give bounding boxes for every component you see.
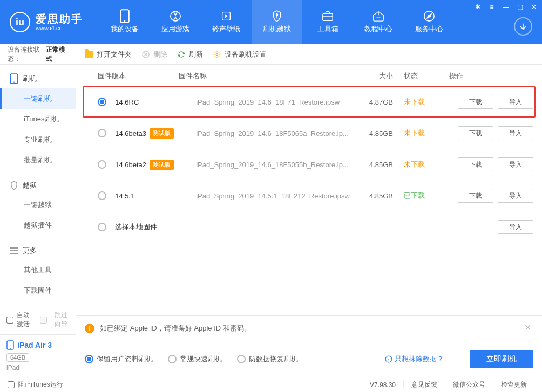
firmware-row[interactable]: 14.6RCiPad_Spring_2019_14.6_18F71_Restor… bbox=[83, 86, 536, 118]
firmware-status: 未下载 bbox=[393, 97, 436, 107]
anti-recovery-option[interactable]: 防数据恢复刷机 bbox=[237, 354, 298, 364]
nav-icon bbox=[322, 10, 334, 22]
download-button[interactable]: 下载 bbox=[458, 126, 493, 140]
nav-icon bbox=[170, 10, 181, 22]
menu-icon[interactable]: ≡ bbox=[487, 2, 497, 12]
close-icon[interactable]: ✕ bbox=[529, 2, 539, 12]
firmware-version: 14.6beta2测试版 bbox=[115, 160, 196, 170]
app-title: 爱思助手 bbox=[36, 13, 83, 25]
download-button[interactable]: 下载 bbox=[458, 189, 493, 203]
download-button[interactable]: 下载 bbox=[458, 95, 493, 109]
nav-label: 应用游戏 bbox=[161, 24, 189, 34]
alert-close-icon[interactable]: ✕ bbox=[524, 322, 531, 333]
row-radio[interactable] bbox=[98, 160, 106, 169]
warning-icon: ! bbox=[85, 324, 94, 333]
firmware-row[interactable]: 14.5.1iPad_Spring_2019_14.5.1_18E212_Res… bbox=[83, 180, 536, 211]
nav-icon bbox=[372, 10, 384, 22]
delete-button[interactable]: 删除 bbox=[141, 50, 167, 59]
import-button[interactable]: 导入 bbox=[498, 157, 533, 171]
import-button[interactable]: 导入 bbox=[498, 189, 533, 203]
alert-text: 如已绑定 Apple ID，请准备好 Apple ID 和密码。 bbox=[100, 324, 251, 333]
nav-5[interactable]: 教程中心 bbox=[353, 0, 404, 44]
group-icon bbox=[10, 247, 18, 255]
nav-icon bbox=[119, 10, 131, 22]
nav-2[interactable]: 铃声壁纸 bbox=[201, 0, 252, 44]
import-button[interactable]: 导入 bbox=[498, 95, 533, 109]
sidebar-list: 刷机一键刷机iTunes刷机专业刷机批量刷机越狱一键越狱越狱插件更多其他工具下载… bbox=[0, 65, 76, 305]
nav-1[interactable]: 应用游戏 bbox=[150, 0, 201, 44]
sidebar-item[interactable]: 专业刷机 bbox=[0, 129, 76, 150]
block-itunes-checkbox[interactable] bbox=[8, 381, 15, 388]
main-nav: 我的设备应用游戏铃声壁纸刷机越狱工具箱教程中心服务中心 bbox=[99, 0, 455, 44]
flash-settings-button[interactable]: 设备刷机设置 bbox=[213, 50, 267, 59]
nav-4[interactable]: 工具箱 bbox=[302, 0, 353, 44]
sidebar-item[interactable]: 越狱插件 bbox=[0, 215, 76, 236]
app-url: www.i4.cn bbox=[36, 25, 83, 31]
bookmark-icon[interactable]: ✱ bbox=[473, 2, 483, 12]
check-update-link[interactable]: 检查更新 bbox=[493, 380, 534, 389]
firmware-size: 4.85GB bbox=[350, 161, 393, 169]
flash-now-button[interactable]: 立即刷机 bbox=[470, 350, 533, 368]
nav-label: 铃声壁纸 bbox=[212, 24, 240, 34]
sidebar-group[interactable]: 越狱 bbox=[0, 175, 76, 195]
folder-icon bbox=[85, 51, 93, 58]
sidebar-group[interactable]: 刷机 bbox=[0, 68, 76, 88]
open-folder-button[interactable]: 打开文件夹 bbox=[85, 50, 132, 59]
auto-activate-checkbox[interactable] bbox=[6, 317, 13, 324]
skip-wizard-checkbox[interactable] bbox=[40, 317, 47, 324]
nav-6[interactable]: 服务中心 bbox=[404, 0, 455, 44]
row-radio[interactable] bbox=[98, 98, 106, 106]
firmware-version: 14.6RC bbox=[115, 98, 196, 106]
sync-button[interactable] bbox=[514, 17, 532, 36]
normal-flash-option[interactable]: 常规快速刷机 bbox=[168, 354, 222, 364]
sidebar-item[interactable]: 下载固件 bbox=[0, 280, 76, 301]
group-icon bbox=[10, 73, 18, 84]
nav-3[interactable]: 刷机越狱 bbox=[252, 0, 302, 44]
import-button[interactable]: 导入 bbox=[498, 126, 533, 140]
erase-data-link[interactable]: 只想抹除数据？ bbox=[385, 354, 444, 364]
device-name[interactable]: iPad Air 3 bbox=[6, 340, 69, 350]
firmware-version: 14.5.1 bbox=[115, 192, 196, 200]
svg-rect-5 bbox=[323, 13, 333, 20]
beta-badge: 测试版 bbox=[150, 160, 174, 170]
sidebar-item[interactable]: 一键刷机 bbox=[0, 88, 76, 109]
sidebar-item[interactable]: 其他工具 bbox=[0, 260, 76, 280]
status-value: 正常模式 bbox=[46, 45, 68, 64]
firmware-row[interactable]: 14.6beta3测试版iPad_Spring_2019_14.6_18F506… bbox=[83, 118, 536, 149]
firmware-name: iPad_Spring_2019_14.6_18F5065a_Restore.i… bbox=[196, 129, 350, 137]
keep-data-option[interactable]: 保留用户资料刷机 bbox=[85, 354, 153, 364]
import-button[interactable]: 导入 bbox=[498, 220, 533, 234]
nav-icon bbox=[220, 10, 232, 22]
svg-rect-9 bbox=[10, 247, 18, 249]
firmware-status: 已下载 bbox=[393, 191, 436, 201]
sidebar: 设备连接状态： 正常模式 刷机一键刷机iTunes刷机专业刷机批量刷机越狱一键越… bbox=[0, 44, 76, 377]
row-radio[interactable] bbox=[98, 129, 106, 137]
svg-point-1 bbox=[124, 20, 126, 22]
minimize-icon[interactable]: — bbox=[501, 2, 511, 12]
bottom-panel: ! 如已绑定 Apple ID，请准备好 Apple ID 和密码。 ✕ 保留用… bbox=[76, 315, 542, 377]
sidebar-item[interactable]: 一键越狱 bbox=[0, 195, 76, 215]
status-bar: 阻止iTunes运行 V7.98.30 意见反馈 微信公众号 检查更新 bbox=[0, 377, 542, 392]
nav-0[interactable]: 我的设备 bbox=[99, 0, 150, 44]
table-header: 固件版本 固件名称 大小 状态 操作 bbox=[76, 65, 542, 86]
refresh-button[interactable]: 刷新 bbox=[177, 50, 203, 59]
download-button[interactable]: 下载 bbox=[458, 157, 493, 171]
beta-badge: 测试版 bbox=[150, 128, 174, 139]
feedback-link[interactable]: 意见反馈 bbox=[403, 380, 445, 389]
local-firmware-label: 选择本地固件 bbox=[115, 222, 436, 232]
firmware-size: 4.87GB bbox=[350, 98, 393, 106]
wechat-link[interactable]: 微信公众号 bbox=[445, 380, 493, 389]
svg-point-2 bbox=[171, 11, 180, 21]
firmware-row[interactable]: 14.6beta2测试版iPad_Spring_2019_14.6_18F505… bbox=[83, 149, 536, 180]
device-type: iPad bbox=[6, 364, 69, 372]
row-radio[interactable] bbox=[98, 191, 106, 200]
skip-wizard-label: 跳过向导 bbox=[55, 311, 69, 329]
row-radio[interactable] bbox=[98, 223, 106, 231]
sidebar-group[interactable]: 更多 bbox=[0, 240, 76, 260]
status-label: 设备连接状态： bbox=[8, 45, 46, 64]
sidebar-item[interactable]: iTunes刷机 bbox=[0, 109, 76, 129]
sidebar-item[interactable]: 批量刷机 bbox=[0, 150, 76, 170]
maximize-icon[interactable]: ▢ bbox=[515, 2, 525, 12]
local-firmware-row[interactable]: 选择本地固件导入 bbox=[83, 211, 536, 243]
sidebar-item[interactable]: 高级功能 bbox=[0, 301, 76, 305]
